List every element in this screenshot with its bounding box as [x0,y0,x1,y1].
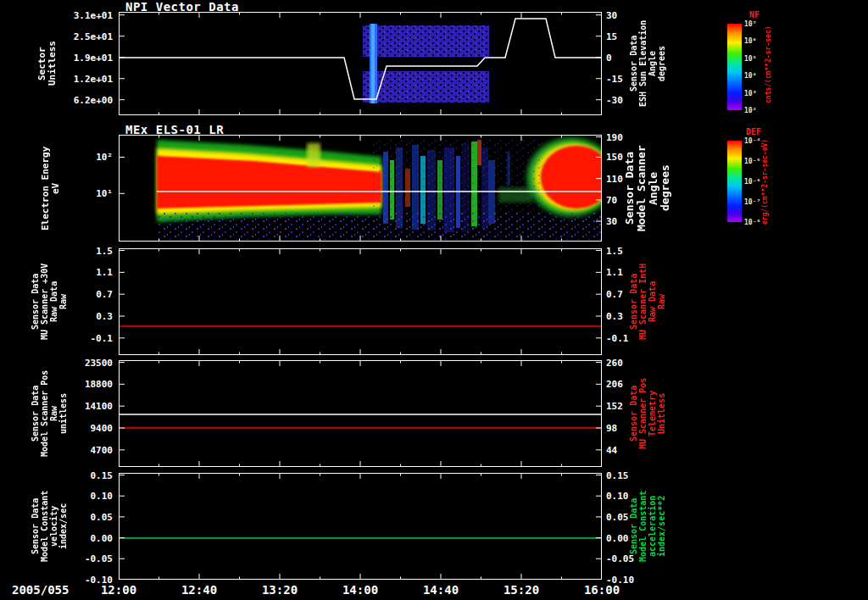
def-colorbar-unit: erg/(cm**2-sr-sec-eV) [761,134,771,229]
def-colorbar-title: DEF [746,127,761,136]
def-colorbar [727,141,742,222]
colorbar-tick: 10⁻⁴ [744,137,760,145]
aspera-multipanel-plot: { "window": {"width": 1024, "height": 70… [0,0,868,600]
p2-right-axis-label: Sensor Data Model Scanner Angle degrees [624,135,673,242]
panel-mu-scanner-30v [119,248,602,355]
y-tick-label: 152 [606,401,623,412]
y-tick-label: 0 [606,52,612,63]
y-tick-label: 98 [606,423,617,434]
mu-scanner-plot [119,248,602,355]
p3-left-axis-label: Sensor Data MU Scanner +30V Raw Data Raw [31,248,70,355]
y-tick-label: 0.15 [91,469,114,481]
y-tick-label: 0.10 [91,491,114,502]
colorbar-tick: 10³ [744,89,756,97]
x-tick-label: 14:00 [342,583,378,597]
y-tick-label: 4700 [91,444,114,455]
y-tick-label: 0.00 [91,532,114,543]
y-tick-label: 10² [96,152,113,163]
x-tick-label: 13:20 [262,583,298,597]
colorbar-tick: 10⁻⁵ [744,158,760,165]
els-bottom-speckle [157,213,602,240]
y-tick-label: 2.5e+01 [74,31,113,42]
y-tick-label: 30 [606,216,617,227]
panel-model-scanner-pos [119,360,602,467]
panel-npi-vector-data [119,12,602,115]
y-tick-label: 30 [606,9,617,20]
colorbar-tick: 10⁻⁶ [744,178,760,186]
npi-spectrogram-plot [119,12,602,115]
y-tick-label: 150 [606,152,623,163]
npi-band-upper-speckle [363,25,489,57]
panel-model-constant [119,473,602,580]
colorbar-tick: 10² [744,107,756,114]
p5-right-axis-label: Sensor Data Model Constant acceleration … [629,473,668,580]
y-tick-label: 0.05 [91,511,114,522]
p3-right-axis-label: Sensor Data MU Scanner IntH Raw Data Raw [629,248,668,355]
y-tick-label: 0.3 [606,311,623,322]
y-tick-label: 0.3 [96,311,113,322]
p1-left-axis-label: Sector Unitless [37,12,59,115]
y-tick-label: 44 [606,444,617,455]
x-tick-label: 12:00 [101,583,136,597]
y-tick-label: 10¹ [96,188,113,199]
y-tick-label: -30 [606,94,623,105]
y-tick-label: 1.2e+01 [74,73,113,84]
p2-left-axis-label: Electron Energy eV [41,135,63,242]
y-tick-label: 0.05 [606,511,629,522]
y-tick-label: 70 [606,194,617,205]
p5-left-axis-label: Sensor Data Model Constant velocity inde… [31,473,70,580]
y-tick-label: 1.5 [606,245,623,256]
panel-mex-els [119,135,602,242]
nf-colorbar-title: NF [749,10,760,19]
x-tick-label: 15:20 [504,583,539,597]
npi-bright-strip-core [371,24,375,103]
x-tick-label: 12:40 [181,583,217,597]
scanner-pos-plot [119,360,602,467]
y-tick-label: 23500 [85,357,113,368]
y-tick-label: 1.9e+01 [74,52,113,63]
p1-left-ticks: 3.1e+01 2.5e+01 1.9e+01 1.2e+01 6.2e+00 [59,12,115,115]
y-tick-label: 0.15 [606,469,629,481]
nf-colorbar [727,24,742,110]
colorbar-tick: 10⁴ [744,72,756,80]
y-tick-label: 1.1 [606,267,623,278]
colorbar-tick: 10⁻⁷ [744,198,760,206]
y-tick-label: 1.5 [96,245,113,256]
y-tick-label: 1.1 [96,267,113,278]
model-constant-plot [119,473,602,580]
y-tick-label: 0.7 [606,289,623,300]
panel-border [120,361,602,467]
y-tick-label: 0.7 [96,289,113,300]
els-flare [307,143,320,167]
date-label: 2005/055 [12,583,69,597]
y-tick-label: 190 [606,131,623,142]
y-tick-label: 260 [606,357,623,368]
p4-left-axis-label: Sensor Data Model Scanner Pos Raw unitle… [31,360,70,467]
y-tick-label: 3.1e+01 [74,9,113,20]
y-tick-label: 18800 [85,379,113,390]
y-tick-label: 6.2e+00 [74,94,113,105]
els-mid-speckle [373,140,542,216]
colorbar-tick: 10⁵ [744,54,756,62]
y-tick-label: 15 [606,31,617,42]
els-spectrogram-plot [119,135,602,242]
y-tick-label: 14100 [85,401,113,412]
y-tick-label: 9400 [91,423,114,434]
y-tick-label: 110 [606,173,623,184]
panel-border [120,474,602,580]
y-tick-label: 206 [606,379,623,390]
colorbar-tick: 10⁶ [744,37,756,45]
y-tick-label: 0.10 [606,491,629,502]
panel-border [120,249,602,355]
x-tick-label: 16:00 [584,583,620,597]
nf-colorbar-unit: cnts/(cm**2-sr-sec) [765,17,775,112]
y-tick-label: -0.1 [91,332,114,343]
x-tick-label: 14:40 [423,583,459,597]
y-tick-label: 0.00 [606,532,629,543]
npi-band-lower-speckle [363,71,489,103]
p4-right-axis-label: Sensor Data MU Scanner Pos Telemetry Uni… [629,360,668,467]
colorbar-tick: 10⁷ [744,20,756,28]
y-tick-label: -0.05 [85,553,113,564]
colorbar-tick: 10⁻⁸ [744,219,760,226]
esh-sun-elevation-line [119,19,602,99]
